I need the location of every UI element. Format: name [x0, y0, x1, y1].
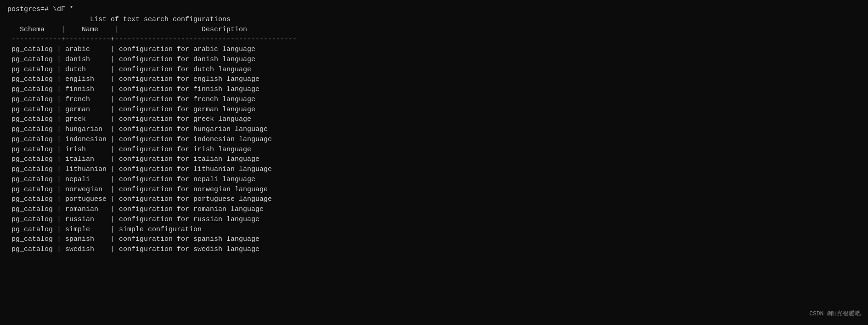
table-row: pg_catalog | dutch | configuration for d…: [7, 65, 861, 75]
table-row: pg_catalog | simple | simple configurati…: [7, 225, 861, 235]
watermark: CSDN @阳光很暖吧: [809, 310, 861, 319]
terminal: postgres=# \dF * List of text search con…: [7, 5, 861, 255]
table-row: pg_catalog | irish | configuration for i…: [7, 145, 861, 155]
table-row: pg_catalog | swedish | configuration for…: [7, 245, 861, 255]
title: List of text search configurations: [90, 16, 231, 23]
table-row: pg_catalog | greek | configuration for g…: [7, 114, 861, 125]
table-row: pg_catalog | russian | configuration for…: [7, 215, 861, 225]
table-row: pg_catalog | hungarian | configuration f…: [7, 125, 861, 135]
table-row: pg_catalog | lithuanian | configuration …: [7, 165, 861, 175]
table-row: pg_catalog | danish | configuration for …: [7, 55, 861, 65]
table-row: pg_catalog | romanian | configuration fo…: [7, 205, 861, 215]
table-row: pg_catalog | italian | configuration for…: [7, 154, 861, 165]
command-line: postgres=# \dF *: [7, 6, 73, 13]
table-row: pg_catalog | spanish | configuration for…: [7, 234, 861, 245]
table-row: pg_catalog | nepali | configuration for …: [7, 175, 861, 185]
table-row: pg_catalog | french | configuration for …: [7, 95, 861, 105]
table-row: pg_catalog | portuguese | configuration …: [7, 194, 861, 205]
terminal-content: postgres=# \dF * List of text search con…: [7, 5, 861, 45]
table-row: pg_catalog | english | configuration for…: [7, 74, 861, 85]
data-rows-container: pg_catalog | arabic | configuration for …: [7, 45, 861, 255]
table-row: pg_catalog | german | configuration for …: [7, 105, 861, 115]
table-row: pg_catalog | norwegian | configuration f…: [7, 185, 861, 195]
table-row: pg_catalog | arabic | configuration for …: [7, 45, 861, 55]
table-row: pg_catalog | finnish | configuration for…: [7, 85, 861, 95]
table-row: pg_catalog | indonesian | configuration …: [7, 135, 861, 145]
